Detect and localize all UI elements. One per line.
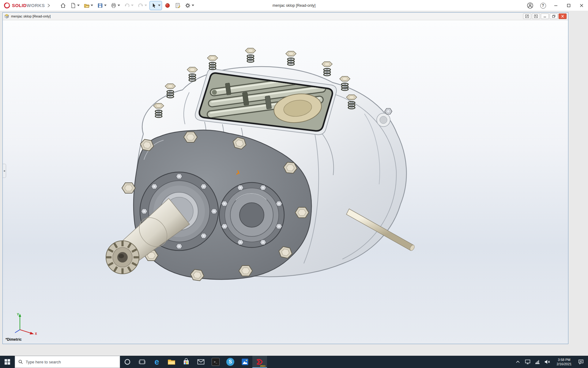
photos-button[interactable] [238, 356, 252, 368]
clock-date: 2/16/2021 [557, 362, 572, 366]
triad-x-label: X [35, 332, 37, 335]
breadcrumb-chevron-icon[interactable] [47, 4, 50, 7]
photos-icon [241, 358, 249, 366]
save-icon [97, 2, 103, 9]
print-icon [111, 2, 117, 9]
new-document-button[interactable] [69, 1, 81, 10]
print-dropdown-caret-icon[interactable] [118, 5, 120, 6]
mail-button[interactable] [194, 356, 208, 368]
close-document-icon [561, 15, 564, 18]
close-document-button[interactable] [559, 13, 567, 19]
clock-time: 3:58 PM [558, 358, 571, 362]
restore-document-button[interactable] [550, 13, 558, 19]
help-glyph: ? [542, 3, 544, 8]
help-icon: ? [540, 3, 546, 9]
file-properties-button[interactable] [173, 1, 182, 10]
chevron-up-icon [516, 361, 520, 363]
cortana-button[interactable] [120, 356, 135, 368]
edge-button[interactable]: e [149, 356, 164, 368]
network-tray-button[interactable] [533, 356, 542, 368]
graphics-viewport[interactable]: Y X *Dimetric [3, 20, 568, 344]
home-icon [60, 2, 66, 9]
arrange-windows-button[interactable] [523, 13, 531, 19]
undo-button[interactable] [123, 1, 135, 10]
solidworks-version-badge: 2021 [260, 365, 266, 367]
save-button[interactable] [96, 1, 108, 10]
new-document-icon [70, 2, 76, 9]
document-window-controls [523, 13, 567, 19]
close-app-button[interactable] [575, 0, 588, 11]
gearbox-3d-model[interactable] [3, 20, 568, 344]
user-avatar-icon [527, 2, 533, 9]
redo-button[interactable] [136, 1, 148, 10]
brand-text: SOLIDWORKS [12, 3, 45, 8]
float-window-icon [534, 14, 538, 18]
minimize-app-button[interactable] [549, 0, 562, 11]
solidworks-logo: SOLIDWORKS [3, 2, 45, 9]
redo-dropdown-caret-icon[interactable] [145, 5, 147, 6]
search-icon [18, 359, 23, 364]
document-window: menjac sklop [Read-only] [2, 12, 568, 344]
store-button[interactable] [179, 356, 194, 368]
display-icon [525, 359, 530, 364]
help-button[interactable]: ? [537, 0, 549, 11]
cortana-icon [124, 358, 131, 365]
print-button[interactable] [109, 1, 121, 10]
quick-access-toolbar [59, 1, 195, 10]
new-dropdown-caret-icon[interactable] [77, 5, 80, 6]
open-dropdown-caret-icon[interactable] [91, 5, 93, 6]
skype-button[interactable]: S [223, 356, 238, 368]
rebuild-button[interactable] [163, 1, 172, 10]
select-cursor-icon [151, 2, 157, 9]
display-tray-button[interactable] [523, 356, 533, 368]
redo-icon [138, 2, 144, 9]
brand-solid: SOLID [12, 3, 27, 8]
part-document-icon [4, 14, 9, 19]
save-dropdown-caret-icon[interactable] [104, 5, 107, 6]
task-view-icon [139, 359, 145, 365]
home-button[interactable] [59, 1, 67, 10]
start-button[interactable] [0, 356, 15, 368]
action-center-icon [578, 359, 584, 364]
mail-icon [197, 359, 205, 365]
restore-document-icon [552, 15, 556, 18]
select-dropdown-caret-icon[interactable] [158, 5, 160, 6]
dassault-systemes-logo-icon [3, 2, 10, 9]
taskbar-search[interactable] [15, 356, 120, 368]
network-icon [535, 360, 540, 364]
command-prompt-icon: >_ [212, 358, 220, 366]
task-view-button[interactable] [135, 356, 149, 368]
open-button[interactable] [82, 1, 94, 10]
minimize-document-button[interactable] [541, 13, 549, 19]
solidworks-taskbar-button[interactable]: 2021 [252, 356, 267, 368]
volume-tray-button[interactable] [542, 356, 552, 368]
minimize-icon [554, 3, 558, 8]
close-icon [579, 3, 584, 8]
command-prompt-button[interactable]: >_ [208, 356, 223, 368]
featuremanager-expand-icon [4, 170, 5, 172]
document-titlebar[interactable]: menjac sklop [Read-only] [3, 13, 568, 20]
gear-icon [185, 2, 191, 9]
float-window-button[interactable] [532, 13, 540, 19]
rebuild-icon [164, 2, 171, 9]
undo-dropdown-caret-icon[interactable] [131, 5, 134, 6]
edge-icon: e [154, 358, 159, 366]
options-dropdown-caret-icon[interactable] [192, 5, 194, 6]
volume-muted-icon [544, 359, 550, 364]
taskbar-clock[interactable]: 3:58 PM 2/16/2021 [552, 358, 576, 366]
search-input[interactable] [26, 360, 116, 364]
app-title: menjac sklop [Read-only] [273, 0, 315, 11]
file-explorer-button[interactable] [164, 356, 179, 368]
action-center-button[interactable] [576, 356, 586, 368]
hidden-icons-button[interactable] [513, 356, 523, 368]
select-tool-button[interactable] [150, 1, 162, 10]
app-titlebar: SOLIDWORKS [0, 0, 588, 11]
undo-icon [124, 2, 130, 9]
store-icon [183, 358, 190, 366]
brand-works: WORKS [27, 3, 45, 8]
maximize-app-button[interactable] [562, 0, 575, 11]
options-button[interactable] [183, 1, 195, 10]
featuremanager-collapsed-tab[interactable] [3, 164, 6, 178]
arrange-windows-icon [525, 14, 529, 18]
account-button[interactable] [524, 0, 537, 11]
